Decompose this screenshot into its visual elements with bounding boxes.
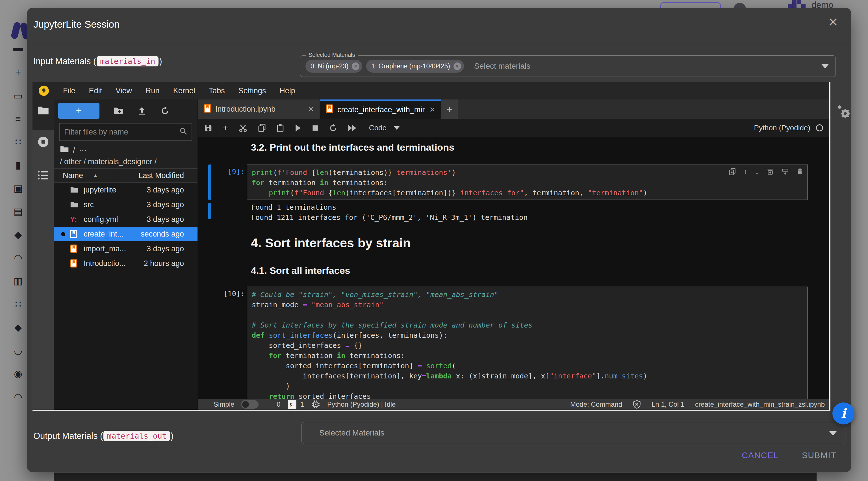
tab-introduction-ipynb[interactable]: Introduction.ipynb ✕ xyxy=(198,99,320,119)
output-collapser[interactable] xyxy=(208,203,211,219)
background-icon: ≡ xyxy=(11,113,25,124)
kernel-count[interactable]: 1 xyxy=(300,400,304,409)
file-list-header[interactable]: Name ▲ Last Modified xyxy=(54,169,197,183)
restart-kernel-icon[interactable] xyxy=(329,124,337,132)
run-icon[interactable] xyxy=(294,124,302,132)
jupyterlab-window: FileEditViewRunKernelTabsSettingsHelp xyxy=(32,82,830,411)
unsaved-dot-icon xyxy=(61,232,65,236)
input-prompt: [9]: xyxy=(213,168,245,176)
chevron-down-icon[interactable] xyxy=(829,431,837,435)
active-file-name[interactable]: create_interface_with_min_strain_zsl.ipy… xyxy=(695,400,825,409)
cell-collapser[interactable] xyxy=(208,164,211,200)
kernel-name-button[interactable]: Python (Pyodide) xyxy=(754,123,810,132)
notebook-content[interactable]: 3.2. Print out the interfaces and termin… xyxy=(198,137,829,399)
notebook-icon xyxy=(70,259,78,268)
cut-icon[interactable] xyxy=(239,123,248,132)
stop-icon[interactable] xyxy=(312,125,319,131)
duplicate-cell-icon[interactable] xyxy=(729,168,736,176)
copy-icon[interactable] xyxy=(258,123,266,132)
kernel-chip-icon xyxy=(311,400,320,409)
info-fab-button[interactable]: i xyxy=(832,402,855,424)
cursor-position[interactable]: Ln 1, Col 1 xyxy=(652,400,684,409)
cancel-button[interactable]: CANCEL xyxy=(742,450,779,460)
cell-type-select[interactable]: Code xyxy=(369,123,400,132)
app-logo-icon xyxy=(12,22,29,41)
home-folder-icon[interactable] xyxy=(60,145,69,156)
menu-file[interactable]: File xyxy=(56,87,82,95)
chevron-down-icon[interactable] xyxy=(822,64,829,68)
selected-materials-field[interactable]: Selected Materials 0: Ni (mp-23) ✕ 1: Gr… xyxy=(300,55,836,77)
add-cell-icon[interactable]: + xyxy=(223,122,228,133)
code-cell-10[interactable]: # Could be "strain", "von_mises_strain",… xyxy=(247,287,808,399)
app-sidebar-icons: ▬＋▭≡∷▮▣▤◆◠▥∷◆◡◉◠ xyxy=(11,42,25,402)
input-prompt: [10]: xyxy=(209,290,245,298)
table-of-contents-icon[interactable] xyxy=(37,170,49,182)
menu-kernel[interactable]: Kernel xyxy=(166,87,202,95)
notebook-toolbar: + xyxy=(198,119,829,137)
file-row-config-yml[interactable]: Y: config.yml 3 days ago xyxy=(54,212,197,227)
insert-above-icon[interactable] xyxy=(767,168,774,176)
add-tab-icon[interactable]: + xyxy=(441,99,458,119)
files-tab-icon[interactable] xyxy=(37,106,49,116)
settings-gears-icon[interactable] xyxy=(837,105,851,121)
remove-icon[interactable]: ✕ xyxy=(454,62,461,70)
menu-view[interactable]: View xyxy=(109,87,139,95)
folder-icon xyxy=(70,186,79,193)
refresh-icon[interactable] xyxy=(160,106,169,115)
file-row-src[interactable]: src 3 days ago xyxy=(54,197,197,212)
delete-cell-icon[interactable] xyxy=(797,168,803,176)
submit-button[interactable]: SUBMIT xyxy=(802,450,836,460)
output-materials-label: Output Materials (materials_out) xyxy=(33,431,174,441)
menu-tabs[interactable]: Tabs xyxy=(202,87,232,95)
menu-run[interactable]: Run xyxy=(139,87,166,95)
close-icon[interactable]: ✕ xyxy=(828,17,838,28)
background-icon: ▭ xyxy=(11,90,25,101)
filter-files-input[interactable]: Filter files by name xyxy=(59,123,192,141)
insert-below-icon[interactable] xyxy=(781,168,789,176)
close-tab-icon[interactable]: ✕ xyxy=(429,106,435,114)
sort-ascending-icon: ▲ xyxy=(93,173,98,178)
run-all-icon[interactable] xyxy=(347,124,357,132)
paste-icon[interactable] xyxy=(276,123,284,132)
terminal-count[interactable]: 0 xyxy=(277,400,280,409)
kernel-status-icon[interactable] xyxy=(816,124,823,131)
new-folder-icon[interactable] xyxy=(114,107,123,115)
folder-icon xyxy=(70,201,79,208)
menu-help[interactable]: Help xyxy=(273,87,302,95)
select-materials-placeholder[interactable]: Select materials xyxy=(474,62,530,71)
notebook-icon xyxy=(70,230,78,238)
notebook-icon xyxy=(326,104,333,115)
chevron-down-icon xyxy=(394,126,400,130)
background-icon: ◠ xyxy=(11,391,25,402)
code-cell-9[interactable]: print(f'Found {len(terminations)} termin… xyxy=(247,164,808,200)
save-icon[interactable] xyxy=(204,124,213,132)
new-launcher-button[interactable]: + xyxy=(58,103,99,119)
material-chip[interactable]: 1: Graphene (mp-1040425) ✕ xyxy=(366,60,464,72)
file-row-introductio-[interactable]: Introductio... 2 hours ago xyxy=(54,256,197,271)
menu-settings[interactable]: Settings xyxy=(232,87,273,95)
kernel-status-text[interactable]: Python (Pyodide) | Idle xyxy=(327,400,396,409)
menu-edit[interactable]: Edit xyxy=(82,87,109,95)
command-mode-indicator[interactable]: Mode: Command xyxy=(570,400,622,409)
activity-bar xyxy=(32,99,54,410)
tab-create-interface-notebook[interactable]: create_interface_with_min_ ✕ xyxy=(320,99,441,119)
output-materials-select[interactable]: Selected Materials xyxy=(302,422,845,444)
file-row-import-ma-[interactable]: import_ma... 3 days ago xyxy=(54,241,197,256)
background-icon: ▬ xyxy=(11,42,25,53)
material-chip[interactable]: 0: Ni (mp-23) ✕ xyxy=(305,60,362,72)
simple-mode-toggle[interactable] xyxy=(241,400,258,409)
move-up-icon[interactable]: ↑ xyxy=(744,167,748,176)
cell-action-toolbar: ↑ ↓ xyxy=(729,167,803,176)
terminal-icon: $_ xyxy=(288,400,297,409)
breadcrumb-ellipsis[interactable]: ⋯ xyxy=(79,145,87,156)
breadcrumb[interactable]: / ⋯ / other / materials_designer / xyxy=(54,141,197,169)
file-row-create-int-[interactable]: create_int... seconds ago xyxy=(54,227,197,241)
close-tab-icon[interactable]: ✕ xyxy=(308,105,314,114)
background-icon: ◉ xyxy=(11,368,25,379)
remove-icon[interactable]: ✕ xyxy=(352,62,360,70)
move-down-icon[interactable]: ↓ xyxy=(755,167,759,176)
upload-icon[interactable] xyxy=(137,106,146,115)
info-icon: i xyxy=(841,406,846,421)
file-row-jupyterlite[interactable]: jupyterlite 3 days ago xyxy=(54,183,197,197)
running-sessions-icon[interactable] xyxy=(37,136,50,149)
